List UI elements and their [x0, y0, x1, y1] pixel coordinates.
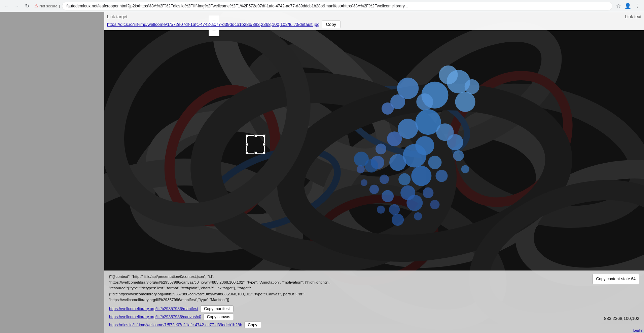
browser-icons: ☆ 👤 ⋮ [614, 2, 641, 10]
svg-point-47 [361, 179, 367, 186]
svg-point-36 [428, 156, 441, 169]
svg-point-49 [382, 190, 394, 202]
main-container: + − Link target Link text https://dlcs.i… [0, 12, 644, 333]
top-bar-url-row: https://dlcs.io/iiif-img/wellcome/1/572e… [107, 20, 641, 28]
handle-bl[interactable] [246, 152, 248, 154]
svg-point-28 [382, 102, 394, 115]
svg-point-55 [377, 206, 385, 214]
secure-indicator: ⚠ Not secure | [34, 3, 60, 8]
canvas-link[interactable]: https://wellcomelibrary.org/iiif/b293579… [109, 315, 201, 319]
svg-point-51 [423, 188, 433, 198]
handle-tr[interactable] [263, 134, 265, 137]
image-row: https://dlcs.io/iiif-img/wellcome/1/572e… [109, 322, 639, 328]
json-line4: {"id":"https://wellcomelibrary.org/iiif/… [109, 292, 305, 296]
svg-point-44 [453, 150, 464, 161]
link-target-label: Link target [107, 14, 128, 19]
profile-button[interactable]: 👤 [624, 2, 632, 10]
svg-point-32 [387, 131, 402, 146]
svg-point-34 [447, 134, 463, 150]
svg-point-54 [389, 204, 400, 215]
copy-manifest-button[interactable]: Copy manifest [200, 305, 234, 312]
svg-point-40 [398, 173, 410, 185]
svg-point-52 [406, 195, 423, 211]
iiif-url-link[interactable]: https://dlcs.io/iiif-img/wellcome/1/572e… [107, 22, 320, 27]
bottom-panel: {"@context": "http://iiif.io/api/present… [104, 270, 644, 333]
image-link[interactable]: https://dlcs.io/iiif-img/wellcome/1/572e… [109, 323, 242, 327]
top-bar-labels: Link target Link text [107, 14, 641, 19]
handle-tl[interactable] [246, 134, 248, 137]
top-bar: Link target Link text https://dlcs.io/ii… [104, 12, 644, 30]
manifest-link[interactable]: https://wellcomelibrary.org/iiif/b293579… [109, 306, 198, 311]
back-button[interactable]: ← [3, 2, 11, 10]
handle-br[interactable] [263, 152, 265, 154]
selection-box[interactable] [246, 135, 265, 154]
svg-point-56 [392, 214, 404, 226]
svg-point-39 [411, 166, 431, 186]
json-line1: {"@context": "http://iiif.io/api/present… [109, 275, 214, 279]
handle-bm[interactable] [254, 152, 257, 154]
coords-display: 883,2368,100,102 [604, 316, 639, 321]
json-line2: "https://wellcomelibrary.org/iiif/b29357… [109, 280, 330, 284]
svg-point-57 [414, 212, 422, 220]
svg-point-37 [389, 154, 406, 171]
bookmark-button[interactable]: ☆ [614, 2, 622, 10]
leaflet-attribution: Leaflet [633, 329, 643, 332]
link-text-label: Link text [625, 14, 641, 19]
manifest-row: https://wellcomelibrary.org/iiif/b293579… [109, 305, 639, 312]
svg-point-22 [439, 66, 458, 84]
leaflet-link[interactable]: Leaflet [633, 329, 643, 332]
reload-button[interactable]: ↻ [23, 2, 31, 10]
json-line5: "https://wellcomelibrary.org/iiif/b29357… [109, 298, 229, 302]
handle-ml[interactable] [246, 143, 248, 146]
copy-url-button[interactable]: Copy [322, 20, 341, 28]
svg-point-24 [416, 93, 433, 110]
handle-tm[interactable] [254, 134, 257, 137]
svg-point-45 [461, 165, 469, 173]
svg-point-48 [369, 185, 379, 194]
svg-point-41 [375, 143, 386, 154]
svg-point-35 [403, 144, 426, 167]
json-line3: "resource":{"type":"dctypes:Text","forma… [109, 286, 251, 290]
svg-point-26 [455, 92, 475, 112]
forward-button[interactable]: → [13, 2, 21, 10]
svg-point-53 [430, 200, 439, 209]
left-sidebar [0, 12, 104, 333]
address-bar[interactable] [62, 2, 612, 10]
svg-point-43 [380, 175, 389, 184]
browser-chrome: ← → ↻ ⚠ Not secure | ☆ 👤 ⋮ [0, 0, 644, 12]
json-content: {"@context": "http://iiif.io/api/present… [109, 274, 639, 303]
image-viewer[interactable]: + − Link target Link text https://dlcs.i… [104, 12, 644, 333]
copy-content-state-button[interactable]: Copy content-state 64 [593, 274, 639, 284]
copy-canvas-button[interactable]: Copy canvas [203, 314, 234, 320]
canvas-row: https://wellcomelibrary.org/iiif/b293579… [109, 314, 639, 320]
menu-button[interactable]: ⋮ [633, 2, 641, 10]
svg-point-27 [465, 79, 479, 94]
copy-image-button[interactable]: Copy [244, 322, 261, 328]
handle-mr[interactable] [263, 143, 265, 146]
svg-point-38 [435, 170, 448, 182]
svg-point-59 [365, 159, 378, 172]
